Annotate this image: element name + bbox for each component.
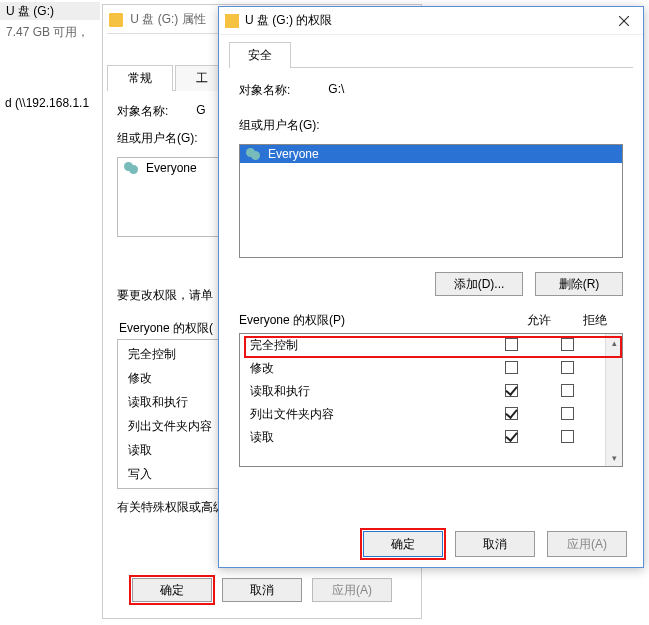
allow-checkbox[interactable] xyxy=(505,338,518,351)
explorer-drive-freespace: 7.47 GB 可用， xyxy=(6,24,89,41)
folder-icon xyxy=(225,14,239,28)
perm-row: 列出文件夹内容 xyxy=(240,403,605,426)
scroll-up-icon[interactable]: ▴ xyxy=(606,334,623,351)
ok-button[interactable]: 确定 xyxy=(363,531,443,557)
deny-checkbox[interactable] xyxy=(561,338,574,351)
cancel-button[interactable]: 取消 xyxy=(455,531,535,557)
allow-checkbox[interactable] xyxy=(505,361,518,374)
perm-label: 读取 xyxy=(250,429,483,446)
close-button[interactable] xyxy=(611,11,637,31)
group-users-list[interactable]: Everyone xyxy=(239,144,623,258)
apply-button[interactable]: 应用(A) xyxy=(547,531,627,557)
perm-label: 读取和执行 xyxy=(250,383,483,400)
perm-row: 修改 xyxy=(240,357,605,380)
allow-checkbox[interactable] xyxy=(505,384,518,397)
perm-row: 读取和执行 xyxy=(240,380,605,403)
perm-row: 读取 xyxy=(240,426,605,449)
deny-checkbox[interactable] xyxy=(561,430,574,443)
drive-icon xyxy=(109,13,123,27)
perm-row: 完全控制 xyxy=(240,334,605,357)
deny-checkbox[interactable] xyxy=(561,384,574,397)
perm-label: 列出文件夹内容 xyxy=(250,406,483,423)
explorer-network-path[interactable]: d (\\192.168.1.1 xyxy=(5,96,89,110)
allow-checkbox[interactable] xyxy=(505,407,518,420)
perm-label: 修改 xyxy=(250,360,483,377)
tab-security[interactable]: 安全 xyxy=(229,42,291,68)
perm-header: Everyone 的权限(P) xyxy=(239,312,511,329)
user-name: Everyone xyxy=(268,147,319,161)
perm-label: 完全控制 xyxy=(250,337,483,354)
close-icon xyxy=(619,16,629,26)
allow-checkbox[interactable] xyxy=(505,430,518,443)
deny-checkbox[interactable] xyxy=(561,407,574,420)
col-deny: 拒绝 xyxy=(567,312,623,329)
ok-button[interactable]: 确定 xyxy=(132,578,212,602)
object-name-value: G xyxy=(196,103,205,120)
remove-button[interactable]: 删除(R) xyxy=(535,272,623,296)
list-item[interactable]: Everyone xyxy=(240,145,622,163)
permissions-titlebar[interactable]: U 盘 (G:) 的权限 xyxy=(219,7,643,35)
add-button[interactable]: 添加(D)... xyxy=(435,272,523,296)
group-icon xyxy=(124,162,140,174)
deny-checkbox[interactable] xyxy=(561,361,574,374)
permissions-title: U 盘 (G:) 的权限 xyxy=(245,12,332,29)
user-name: Everyone xyxy=(146,161,197,175)
group-users-label: 组或用户名(G): xyxy=(239,117,623,134)
tab-general[interactable]: 常规 xyxy=(107,65,173,91)
object-name-value: G:\ xyxy=(328,82,344,99)
permissions-window: U 盘 (G:) 的权限 安全 对象名称: G:\ 组或用户名(G): Ever… xyxy=(218,6,644,568)
group-icon xyxy=(246,148,262,160)
scrollbar[interactable]: ▴ ▾ xyxy=(605,334,622,466)
object-name-label: 对象名称: xyxy=(117,103,168,120)
scroll-down-icon[interactable]: ▾ xyxy=(606,449,623,466)
explorer-drive-row[interactable]: U 盘 (G:) xyxy=(0,2,100,20)
object-name-label: 对象名称: xyxy=(239,82,290,99)
apply-button[interactable]: 应用(A) xyxy=(312,578,392,602)
cancel-button[interactable]: 取消 xyxy=(222,578,302,602)
col-allow: 允许 xyxy=(511,312,567,329)
properties-title: U 盘 (G:) 属性 xyxy=(130,12,205,26)
